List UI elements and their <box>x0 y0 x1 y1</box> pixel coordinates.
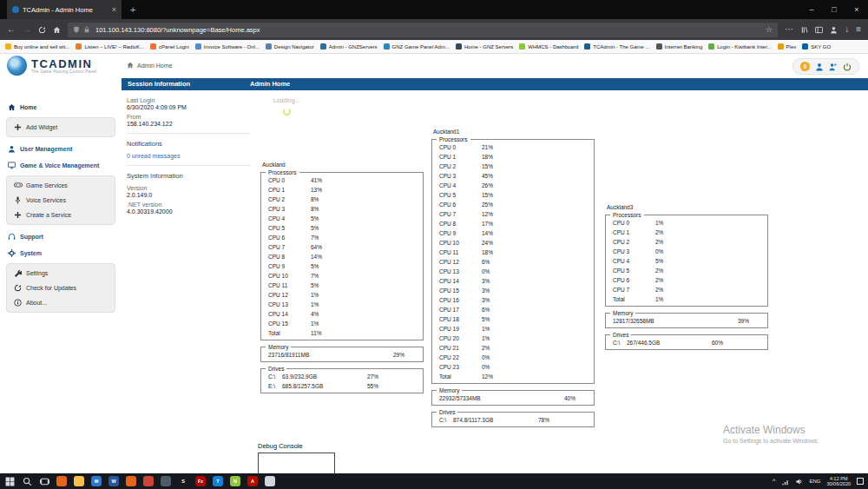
drives-fieldset: Drives C:\ 267/446.5GB 60% <box>605 332 768 350</box>
sidebar-item-settings[interactable]: Settings <box>7 266 115 281</box>
bookmark-favicon-icon <box>802 43 808 50</box>
task-view-icon[interactable] <box>39 476 49 486</box>
taskbar-outlook-icon[interactable]: ✉ <box>91 476 102 486</box>
taskbar-paint-icon[interactable] <box>265 476 275 486</box>
bookmark-item[interactable]: GNZ Game Panel Adm... <box>384 43 450 50</box>
bookmark-item[interactable]: cPanel Login <box>150 43 189 50</box>
lock-icon[interactable] <box>83 26 90 33</box>
sidebar-item-game-voice-management[interactable]: Game & Voice Management <box>0 157 122 174</box>
cpu-row: CPU 6 2% <box>606 275 767 285</box>
sidebar-item-support[interactable]: Support <box>0 228 122 245</box>
account-icon[interactable] <box>830 26 838 34</box>
bookmark-item[interactable]: Design Navigator <box>266 43 314 50</box>
bookmark-item[interactable]: SKY GO <box>802 43 831 50</box>
taskbar-notepadpp-icon[interactable]: N <box>230 476 240 486</box>
refresh-button[interactable] <box>38 26 46 34</box>
download-icon[interactable]: ↓ <box>845 19 849 40</box>
home-button[interactable] <box>53 26 61 34</box>
taskbar-clock[interactable]: 4:12 PM 30/06/2020 <box>826 476 851 487</box>
page-actions-icon[interactable]: ⋯ <box>785 19 793 40</box>
switch-user-icon[interactable] <box>829 63 838 71</box>
menu-icon[interactable]: ≡ <box>856 19 861 40</box>
tab-close-icon[interactable]: × <box>112 5 116 14</box>
cpu-row: CPU 5 2% <box>606 266 767 275</box>
window-close-button[interactable]: × <box>845 0 868 19</box>
bookmark-item[interactable]: Internet Banking <box>656 43 703 50</box>
divider <box>127 165 250 166</box>
window-maximize-button[interactable]: □ <box>823 0 845 19</box>
bookmark-star-icon[interactable]: ☆ <box>766 25 773 34</box>
sidebar-item-add-widget[interactable]: Add Widget <box>7 120 115 135</box>
sidebar-item-create-service[interactable]: Create a Service <box>7 208 115 222</box>
logo-tagline: The Game Hosting Control Panel <box>31 69 96 74</box>
bookmark-item[interactable]: Home - GNZ Servers <box>456 43 513 50</box>
taskbar-search-icon[interactable] <box>22 476 32 486</box>
cpu-row: CPU 8 14% <box>261 252 423 261</box>
action-center-icon[interactable] <box>857 478 864 485</box>
tray-expand-icon[interactable]: ^ <box>773 473 776 489</box>
unread-messages-link[interactable]: 0 unread messages <box>127 153 180 159</box>
window-minimize-button[interactable]: – <box>800 0 823 19</box>
cpu-row: CPU 9 14% <box>432 228 594 238</box>
browser-tab[interactable]: TCAdmin - Admin Home × <box>7 0 122 19</box>
bookmark-item[interactable]: Buy online and sell wit... <box>5 43 69 50</box>
forward-button[interactable]: → <box>23 19 31 40</box>
volume-icon[interactable] <box>795 478 803 486</box>
sidebar-item-system[interactable]: System <box>0 245 122 261</box>
windows-taskbar: ✉ W S Fz T N A ^ ENG 4:12 PM 30/06/2020 <box>0 473 868 489</box>
debug-console: Debug Console <box>258 442 335 473</box>
start-button[interactable] <box>4 476 15 486</box>
taskbar-remote-desktop-icon[interactable] <box>161 476 171 486</box>
sidebar-item-check-updates[interactable]: Check for Updates <box>7 281 115 295</box>
url-input[interactable] <box>94 25 762 35</box>
bookmark-item[interactable]: Login - Kiwibank Inter... <box>708 43 771 50</box>
cpu-row: CPU 17 6% <box>432 305 594 314</box>
memory-legend: Memory <box>266 344 291 350</box>
monitor-icon <box>8 162 16 169</box>
language-indicator[interactable]: ENG <box>809 479 820 484</box>
sidebar-toggle-icon[interactable] <box>815 26 823 34</box>
bookmark-item[interactable]: WHMCS - Dashboard <box>519 43 578 50</box>
network-icon[interactable] <box>781 478 789 486</box>
section-header-bar: Session Information Admin Home <box>122 78 868 90</box>
breadcrumb-home-icon[interactable] <box>127 62 134 69</box>
tab-title: TCAdmin - Admin Home <box>23 6 108 14</box>
taskbar-chrome-icon[interactable] <box>143 476 154 486</box>
sidebar-item-home[interactable]: Home <box>0 99 122 116</box>
address-bar[interactable]: ☆ <box>68 23 778 37</box>
taskbar-explorer-icon[interactable] <box>74 476 84 486</box>
bookmark-item[interactable]: Invoice Software - Onl... <box>195 43 260 50</box>
sidebar-item-voice-services[interactable]: Voice Services <box>7 193 115 208</box>
logout-power-icon[interactable] <box>843 63 852 71</box>
taskbar-teamviewer-icon[interactable]: T <box>213 476 223 486</box>
cpu-row: CPU 23 0% <box>432 362 594 372</box>
sidebar-item-game-services[interactable]: Game Services <box>7 178 115 193</box>
sidebar-item-user-management[interactable]: User Management <box>0 141 122 157</box>
taskbar-word-icon[interactable]: W <box>108 476 119 486</box>
bookmark-item[interactable]: Admin - GNZServers <box>320 43 378 50</box>
notifications-badge[interactable]: 0 <box>800 62 810 71</box>
section-title-admin-home: Admin Home <box>239 78 290 90</box>
taskbar-acrobat-icon[interactable]: A <box>247 476 258 486</box>
tracking-shield-icon[interactable] <box>73 26 80 33</box>
taskbar-filezilla-icon[interactable]: Fz <box>195 476 206 486</box>
gamepad-icon <box>14 182 22 189</box>
taskbar-firefox2-icon[interactable] <box>126 476 136 486</box>
bookmarks-bar: Buy online and sell wit... Listen – LIVE… <box>0 40 868 54</box>
cpu-row: CPU 14 3% <box>432 276 594 286</box>
processors-legend: Processors <box>437 136 470 142</box>
new-tab-button[interactable]: + <box>130 4 135 15</box>
tcadmin-logo[interactable]: TCADMIN The Game Hosting Control Panel <box>7 56 96 76</box>
bookmark-item[interactable]: Plex <box>778 43 797 50</box>
bookmark-item[interactable]: TCAdmin - The Game ... <box>584 43 649 50</box>
taskbar-firefox-icon[interactable] <box>56 476 67 486</box>
sidebar-group-system: Settings Check for Updates About... <box>6 263 115 313</box>
taskbar-steam-icon[interactable]: S <box>178 476 188 486</box>
tcadmin-page: TCADMIN The Game Hosting Control Panel A… <box>0 54 868 473</box>
back-button[interactable]: ← <box>7 19 16 40</box>
bookmark-item[interactable]: Listen – LIVE! – RadioK... <box>76 43 144 50</box>
sidebar-item-about[interactable]: About... <box>7 295 115 310</box>
server-name: Auckland <box>262 162 424 168</box>
library-icon[interactable] <box>800 26 808 34</box>
current-user-icon[interactable] <box>815 63 824 71</box>
